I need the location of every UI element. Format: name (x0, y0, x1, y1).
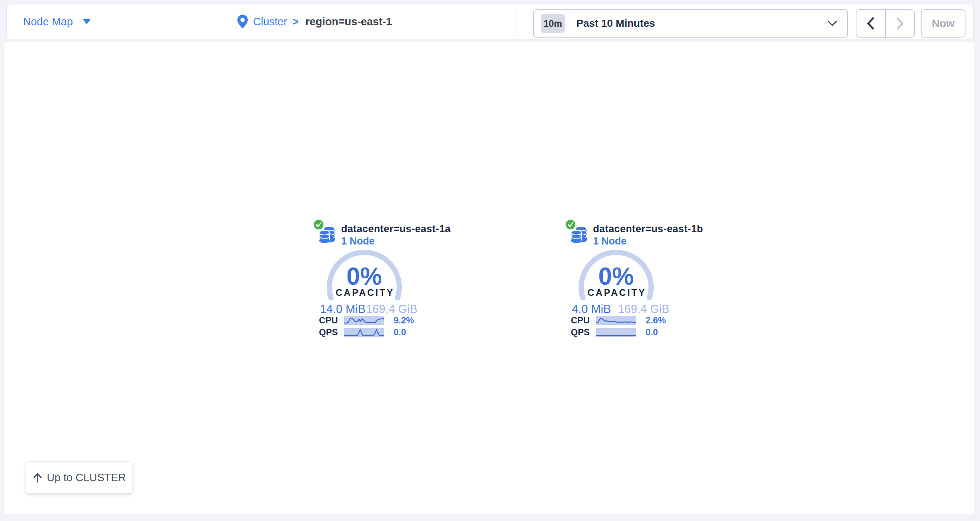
qps-sparkline (596, 328, 636, 337)
time-prev-button[interactable] (856, 10, 886, 37)
breadcrumb-current: region=us-east-1 (305, 16, 392, 28)
datacenter-title: datacenter=us-east-1b (593, 223, 703, 235)
datacenter-group-us-east-1b[interactable]: datacenter=us-east-1b 1 Node 0% CAPACITY… (565, 218, 676, 344)
time-window-badge: 10m (541, 14, 565, 33)
cpu-sparkline (596, 316, 636, 325)
now-button[interactable]: Now (921, 9, 966, 38)
capacity-total: 169.4 GiB (618, 303, 669, 316)
capacity-percent: 0% (598, 262, 634, 290)
view-switcher[interactable]: Node Map (23, 5, 91, 39)
time-window-label: Past 10 Minutes (576, 18, 655, 29)
time-nav-arrows (856, 9, 915, 38)
breadcrumb: Cluster > region=us-east-1 (237, 5, 392, 39)
capacity-total: 169.4 GiB (366, 303, 417, 316)
qps-label: QPS (565, 327, 590, 338)
capacity-values-row: 14.0 MiB 169.4 GiB (320, 303, 417, 316)
datacenter-title: datacenter=us-east-1a (341, 223, 450, 235)
capacity-used: 14.0 MiB (320, 303, 365, 316)
capacity-caption: CAPACITY (336, 287, 395, 298)
time-window-select[interactable]: 10m Past 10 Minutes (533, 9, 848, 38)
time-next-button[interactable] (886, 10, 915, 37)
capacity-gauge: 0% CAPACITY (325, 248, 403, 300)
qps-value: 0.0 (646, 327, 658, 338)
topbar-divider (515, 8, 516, 36)
chevron-down-icon (827, 21, 837, 26)
datacenter-group-us-east-1a[interactable]: datacenter=us-east-1a 1 Node 0% CAPACITY… (313, 218, 424, 344)
database-stack-icon (319, 226, 335, 245)
breadcrumb-cluster-link[interactable]: Cluster (253, 16, 287, 28)
cpu-value: 2.6% (646, 315, 666, 326)
qps-value: 0.0 (394, 327, 406, 338)
capacity-gauge: 0% CAPACITY (577, 248, 655, 300)
database-stack-icon (571, 226, 587, 245)
view-switcher-label: Node Map (23, 16, 73, 28)
node-map-canvas: datacenter=us-east-1a 1 Node 0% CAPACITY… (5, 42, 974, 514)
cpu-value: 9.2% (394, 315, 414, 326)
arrow-up-icon (33, 472, 42, 483)
location-pin-icon (237, 14, 248, 29)
capacity-caption: CAPACITY (587, 287, 646, 298)
cpu-metric-row: CPU 2.6% (565, 316, 676, 325)
breadcrumb-separator: > (293, 16, 299, 28)
top-bar: Node Map Cluster > region=us-east-1 10m … (6, 4, 974, 40)
qps-metric-row: QPS 0.0 (313, 328, 424, 337)
capacity-used: 4.0 MiB (572, 303, 611, 316)
qps-label: QPS (313, 327, 338, 338)
capacity-percent: 0% (346, 262, 382, 290)
chevron-right-icon (896, 17, 904, 30)
cpu-sparkline (344, 316, 384, 325)
qps-metric-row: QPS 0.0 (565, 328, 676, 337)
capacity-values-row: 4.0 MiB 169.4 GiB (572, 303, 669, 316)
datacenter-node-count: 1 Node (593, 236, 627, 247)
up-to-cluster-button[interactable]: Up to CLUSTER (25, 462, 133, 494)
cpu-metric-row: CPU 9.2% (313, 316, 424, 325)
datacenter-node-count: 1 Node (341, 236, 375, 247)
cpu-label: CPU (565, 315, 590, 326)
qps-sparkline (344, 328, 384, 337)
cpu-label: CPU (313, 315, 338, 326)
up-to-cluster-label: Up to CLUSTER (47, 472, 126, 484)
chevron-down-icon (83, 19, 91, 24)
chevron-left-icon (867, 17, 875, 30)
